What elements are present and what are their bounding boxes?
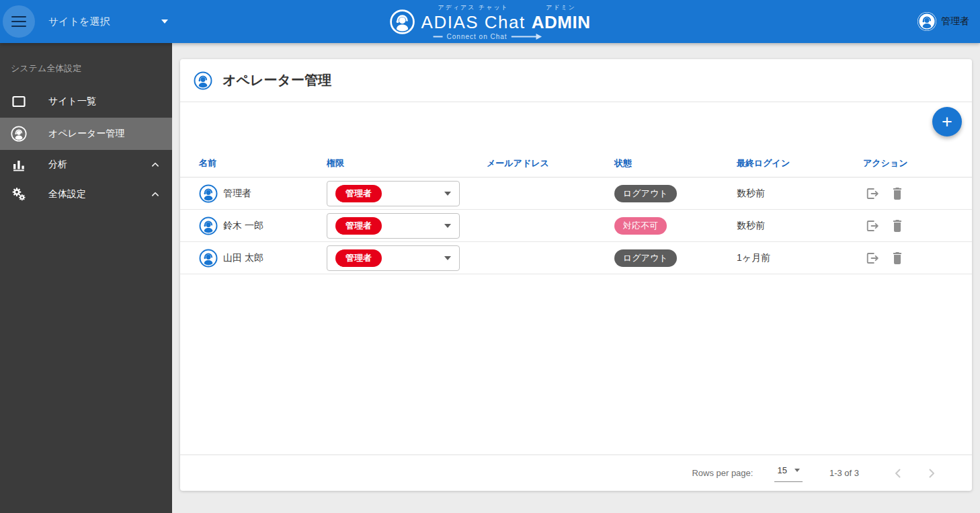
brand-logo: アディアス チャット ADIAS Chat アドミン ADMIN Connect… <box>390 3 591 40</box>
arrow-right-icon <box>512 33 542 40</box>
logo-operator-icon <box>390 9 415 34</box>
last-login: 数秒前 <box>737 220 863 232</box>
user-name: 管理者 <box>941 15 969 28</box>
bar-chart-icon <box>11 157 27 173</box>
column-header-role: 権限 <box>327 157 487 169</box>
logout-icon <box>864 186 881 202</box>
force-logout-button[interactable] <box>864 218 881 234</box>
sidebar: システム全体設定 サイト一覧 オペレーター管理 分析 全体設定 <box>0 43 172 513</box>
site-select-label: サイトを選択 <box>48 15 110 28</box>
chevron-down-icon <box>444 224 451 228</box>
pagination-range: 1-3 of 3 <box>829 468 859 478</box>
role-select[interactable]: 管理者 <box>327 245 460 271</box>
hamburger-icon <box>11 16 26 18</box>
logo-tagline: Connect on Chat <box>447 33 507 40</box>
operator-icon <box>194 71 212 90</box>
force-logout-button[interactable] <box>864 186 881 202</box>
table-row: 山田 太郎 管理者 ログアウト 1ヶ月前 <box>180 242 972 274</box>
gears-icon <box>11 186 27 202</box>
column-header-email: メールアドレス <box>487 157 614 169</box>
trash-icon <box>889 218 905 234</box>
last-login: 1ヶ月前 <box>737 252 863 264</box>
operator-name: 鈴木 一郎 <box>223 220 263 232</box>
logo-brand-admin: ADMIN <box>532 13 591 31</box>
app-root: サイトを選択 アディアス チャット ADIAS Chat アドミン ADMIN <box>0 0 980 513</box>
table-pagination: Rows per page: 15 1-3 of 3 <box>180 455 972 491</box>
avatar <box>199 184 218 203</box>
delete-operator-button[interactable] <box>889 186 905 202</box>
chevron-up-icon <box>149 159 161 171</box>
site-select-dropdown[interactable]: サイトを選択 <box>48 15 168 28</box>
logo-furigana-admin: アドミン <box>546 3 576 12</box>
table-header-row: 名前 権限 メールアドレス 状態 最終ログイン アクション <box>180 149 972 177</box>
avatar <box>199 216 218 235</box>
chevron-down-icon <box>161 19 168 24</box>
app-header: サイトを選択 アディアス チャット ADIAS Chat アドミン ADMIN <box>0 0 980 43</box>
sidebar-item-operator-management[interactable]: オペレーター管理 <box>0 118 172 150</box>
avatar <box>199 249 218 268</box>
main-content: オペレーター管理 + 名前 権限 メールアドレス 状態 最終ログイン アクション <box>172 43 980 513</box>
rows-per-page-select[interactable]: 15 <box>774 464 802 482</box>
operator-icon <box>11 126 27 142</box>
role-select[interactable]: 管理者 <box>327 181 460 206</box>
sidebar-item-label: サイト一覧 <box>48 95 96 108</box>
window-icon <box>11 93 27 110</box>
user-avatar-icon <box>917 12 936 31</box>
trash-icon <box>889 250 905 266</box>
add-operator-button[interactable]: + <box>932 107 962 136</box>
table-row: 鈴木 一郎 管理者 対応不可 数秒前 <box>180 210 972 242</box>
column-header-last-login: 最終ログイン <box>737 157 863 169</box>
role-select[interactable]: 管理者 <box>327 213 460 239</box>
force-logout-button[interactable] <box>864 250 881 266</box>
sidebar-item-label: 分析 <box>48 159 67 171</box>
role-badge: 管理者 <box>335 185 382 202</box>
sidebar-section-label: システム全体設定 <box>0 43 172 85</box>
logout-icon <box>864 250 881 266</box>
next-page-button[interactable] <box>924 465 940 481</box>
status-badge: ログアウト <box>614 185 677 202</box>
operator-name: 管理者 <box>223 188 251 200</box>
previous-page-button[interactable] <box>890 465 906 481</box>
menu-button[interactable] <box>3 5 35 38</box>
trash-icon <box>889 186 905 202</box>
last-login: 数秒前 <box>737 188 863 200</box>
rows-per-page-label: Rows per page: <box>692 468 753 478</box>
rows-per-page-value: 15 <box>777 465 786 475</box>
logo-brand-main: ADIAS Chat <box>421 13 526 31</box>
role-badge: 管理者 <box>335 249 382 267</box>
sidebar-item-global-settings[interactable]: 全体設定 <box>0 180 172 209</box>
delete-operator-button[interactable] <box>889 250 905 266</box>
sidebar-item-analytics[interactable]: 分析 <box>0 150 172 180</box>
chevron-right-icon <box>924 465 940 481</box>
table-row: 管理者 管理者 ログアウト 数秒前 <box>180 177 972 210</box>
chevron-up-icon <box>149 188 161 200</box>
sidebar-item-site-list[interactable]: サイト一覧 <box>0 85 172 118</box>
chevron-down-icon <box>794 469 800 472</box>
chevron-down-icon <box>444 192 451 196</box>
column-header-actions: アクション <box>863 157 961 169</box>
column-header-status: 状態 <box>614 157 737 169</box>
operator-management-card: オペレーター管理 + 名前 権限 メールアドレス 状態 最終ログイン アクション <box>180 59 972 491</box>
status-badge: ログアウト <box>614 249 677 267</box>
sidebar-item-label: 全体設定 <box>48 188 86 200</box>
logo-furigana-main: アディアス チャット <box>438 3 508 12</box>
tagline-dash <box>434 36 443 37</box>
logout-icon <box>864 218 881 234</box>
card-title-row: オペレーター管理 <box>180 59 972 102</box>
delete-operator-button[interactable] <box>889 218 905 234</box>
operator-name: 山田 太郎 <box>223 252 263 264</box>
role-badge: 管理者 <box>335 217 382 235</box>
column-header-name: 名前 <box>199 157 327 169</box>
user-menu[interactable]: 管理者 <box>917 12 969 31</box>
sidebar-item-label: オペレーター管理 <box>48 128 124 140</box>
chevron-down-icon <box>444 256 451 260</box>
status-badge: 対応不可 <box>614 217 667 235</box>
page-title: オペレーター管理 <box>222 71 331 89</box>
chevron-left-icon <box>890 465 906 481</box>
